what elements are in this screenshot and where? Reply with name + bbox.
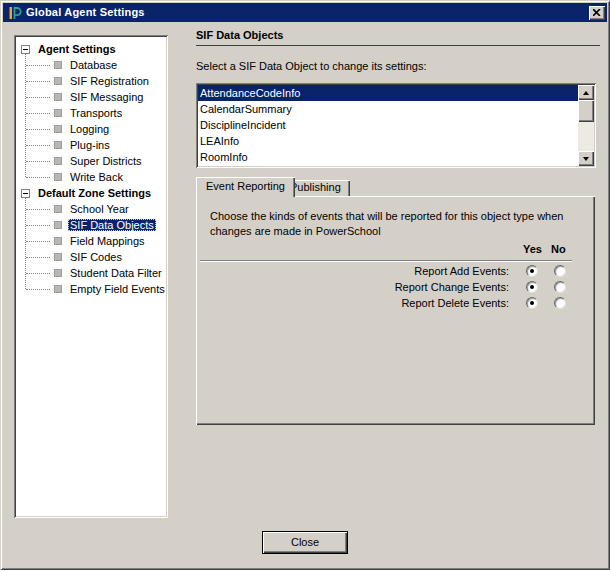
- tree-group-default-zone-settings[interactable]: Default Zone Settings: [18, 185, 164, 201]
- event-reporting-panel: Choose the kinds of events that will be …: [196, 196, 595, 425]
- powerschool-logo-icon: [6, 5, 22, 21]
- list-item-attendancecodeinfo[interactable]: AttendanceCodeInfo: [198, 85, 578, 101]
- tree-bullet-icon: [54, 61, 62, 69]
- report-delete-events-no-radio[interactable]: [554, 297, 566, 309]
- report-add-events-no-radio[interactable]: [554, 265, 566, 277]
- tree-item-empty-field-events[interactable]: Empty Field Events: [18, 281, 164, 297]
- radio-row-label: Report Delete Events:: [401, 297, 509, 309]
- tree-item-plug-ins[interactable]: Plug-ins: [18, 137, 164, 153]
- tree-bullet-icon: [54, 125, 62, 133]
- window-title: Global Agent Settings: [26, 6, 589, 19]
- scroll-up-button[interactable]: [578, 85, 594, 100]
- scroll-down-button[interactable]: [578, 151, 594, 166]
- tree-item-school-year[interactable]: School Year: [18, 201, 164, 217]
- tree-children-default-zone: School Year SIF Data Objects Field Mappi…: [18, 201, 164, 297]
- close-icon: [593, 9, 601, 16]
- tree-item-sif-data-objects[interactable]: SIF Data Objects: [18, 217, 164, 233]
- tree-item-transports[interactable]: Transports: [18, 105, 164, 121]
- column-header-no: No: [551, 243, 566, 255]
- scrollbar-thumb[interactable]: [578, 100, 594, 122]
- listbox-label: Select a SIF Data Object to change its s…: [196, 60, 427, 72]
- list-item-calendarsummary[interactable]: CalendarSummary: [198, 101, 578, 117]
- tree-item-student-data-filter[interactable]: Student Data Filter: [18, 265, 164, 281]
- close-button[interactable]: Close: [262, 531, 348, 554]
- tree-item-label[interactable]: Logging: [68, 123, 111, 135]
- tree-children-agent-settings: Database SIF Registration SIF Messaging …: [18, 57, 164, 185]
- tree-item-label[interactable]: Student Data Filter: [68, 267, 164, 279]
- tree-item-label[interactable]: Field Mappings: [68, 235, 147, 247]
- radio-row-label: Report Add Events:: [414, 265, 509, 277]
- tree-item-label[interactable]: Plug-ins: [68, 139, 112, 151]
- arrow-down-icon: [583, 157, 589, 161]
- titlebar[interactable]: Global Agent Settings: [3, 3, 607, 22]
- row-report-change-events: Report Change Events:: [196, 280, 595, 294]
- tree-item-label[interactable]: Write Back: [68, 171, 125, 183]
- arrow-up-icon: [583, 91, 589, 95]
- settings-tree: Agent Settings Database SIF Registration…: [14, 35, 168, 518]
- tree-item-label-selected[interactable]: SIF Data Objects: [68, 219, 156, 231]
- tree-item-write-back[interactable]: Write Back: [18, 169, 164, 185]
- tree-item-field-mappings[interactable]: Field Mappings: [18, 233, 164, 249]
- tree-bullet-icon: [54, 285, 62, 293]
- tree-bullet-icon: [54, 205, 62, 213]
- tree-group-label[interactable]: Default Zone Settings: [36, 187, 153, 199]
- tree-item-sif-registration[interactable]: SIF Registration: [18, 73, 164, 89]
- tree-item-label[interactable]: Transports: [68, 107, 124, 119]
- tree-item-label[interactable]: Super Districts: [68, 155, 144, 167]
- tree-item-label[interactable]: SIF Codes: [68, 251, 124, 263]
- title-divider: [196, 45, 600, 46]
- tree-item-label[interactable]: Database: [68, 59, 119, 71]
- list-item-roomtype[interactable]: RoomType: [198, 165, 578, 168]
- listbox-scrollbar[interactable]: [578, 85, 594, 166]
- tree-item-label[interactable]: SIF Registration: [68, 75, 151, 87]
- tree-bullet-icon: [54, 221, 62, 229]
- sif-object-listbox[interactable]: AttendanceCodeInfo CalendarSummary Disci…: [196, 83, 596, 168]
- radio-row-label: Report Change Events:: [395, 281, 509, 293]
- page-title: SIF Data Objects: [196, 29, 283, 41]
- tree-item-database[interactable]: Database: [18, 57, 164, 73]
- column-divider: [200, 260, 572, 262]
- tree-bullet-icon: [54, 109, 62, 117]
- tab-event-reporting[interactable]: Event Reporting: [196, 177, 295, 197]
- tree-bullet-icon: [54, 253, 62, 261]
- tree-item-label[interactable]: SIF Messaging: [68, 91, 145, 103]
- report-add-events-yes-radio[interactable]: [526, 265, 538, 277]
- row-report-add-events: Report Add Events:: [196, 264, 595, 278]
- tree-group-label[interactable]: Agent Settings: [36, 43, 118, 55]
- tree-bullet-icon: [54, 237, 62, 245]
- column-header-yes: Yes: [523, 243, 542, 255]
- event-reporting-description: Choose the kinds of events that will be …: [210, 209, 592, 239]
- tree-bullet-icon: [54, 173, 62, 181]
- list-item-roominfo[interactable]: RoomInfo: [198, 149, 578, 165]
- list-item-disciplineincident[interactable]: DisciplineIncident: [198, 117, 578, 133]
- list-item-leainfo[interactable]: LEAInfo: [198, 133, 578, 149]
- report-change-events-yes-radio[interactable]: [526, 281, 538, 293]
- tree-bullet-icon: [54, 269, 62, 277]
- tree-item-label[interactable]: School Year: [68, 203, 131, 215]
- tree-bullet-icon: [54, 157, 62, 165]
- tree-item-sif-codes[interactable]: SIF Codes: [18, 249, 164, 265]
- tree-bullet-icon: [54, 93, 62, 101]
- report-change-events-no-radio[interactable]: [554, 281, 566, 293]
- tree-item-label[interactable]: Empty Field Events: [68, 283, 167, 295]
- tree-item-sif-messaging[interactable]: SIF Messaging: [18, 89, 164, 105]
- tree-group-agent-settings[interactable]: Agent Settings: [18, 41, 164, 57]
- tree-item-logging[interactable]: Logging: [18, 121, 164, 137]
- report-delete-events-yes-radio[interactable]: [526, 297, 538, 309]
- tree-bullet-icon: [54, 77, 62, 85]
- close-window-button[interactable]: [589, 6, 605, 20]
- tree-bullet-icon: [54, 141, 62, 149]
- row-report-delete-events: Report Delete Events:: [196, 296, 595, 310]
- global-agent-settings-dialog: Global Agent Settings Agent Settings Dat…: [0, 0, 610, 570]
- tree-item-super-districts[interactable]: Super Districts: [18, 153, 164, 169]
